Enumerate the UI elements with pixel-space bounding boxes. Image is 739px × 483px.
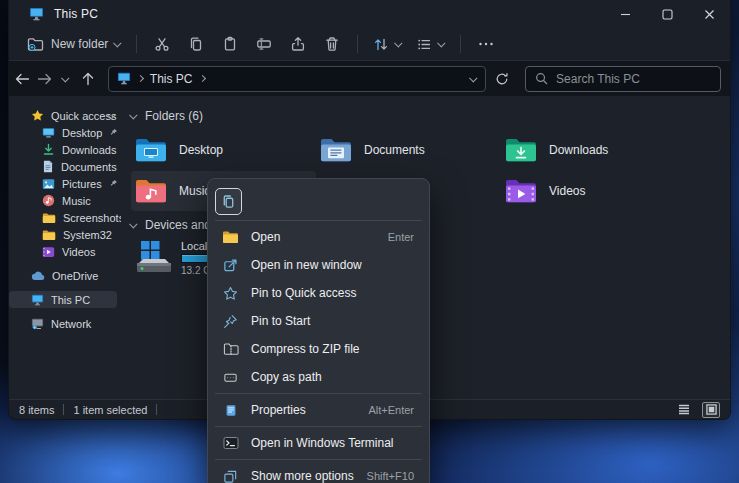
shortcut-hint: Enter bbox=[388, 231, 414, 243]
folder-icon bbox=[42, 229, 56, 241]
refresh-button[interactable] bbox=[492, 66, 513, 92]
sidebar-item-this-pc[interactable]: This PC bbox=[9, 291, 117, 308]
folder-tile-downloads[interactable]: Downloads bbox=[501, 130, 686, 170]
search-icon bbox=[535, 72, 548, 85]
toolbar-divider bbox=[460, 35, 461, 53]
sidebar-item-onedrive[interactable]: OneDrive bbox=[9, 267, 117, 284]
this-pc-icon bbox=[117, 72, 131, 85]
sidebar-item-videos[interactable]: Videos bbox=[9, 243, 117, 260]
rename-button[interactable] bbox=[248, 31, 280, 57]
new-folder-button[interactable]: New folder bbox=[21, 31, 127, 57]
sidebar-item-desktop[interactable]: Desktop bbox=[9, 124, 117, 141]
menu-separator bbox=[215, 426, 422, 427]
menu-item-open-in-new-window[interactable]: Open in new window bbox=[213, 251, 424, 279]
downloads-folder-icon bbox=[505, 137, 538, 164]
zip-folder-icon bbox=[222, 342, 239, 356]
chevron-down-icon bbox=[437, 39, 445, 47]
maximize-button[interactable] bbox=[646, 0, 688, 28]
show-more-icon bbox=[222, 469, 239, 483]
context-menu: Open Enter Open in new window Pin to Qui… bbox=[207, 178, 430, 483]
cut-button[interactable] bbox=[146, 31, 178, 57]
new-folder-icon bbox=[27, 37, 44, 52]
network-icon bbox=[31, 318, 44, 330]
music-icon bbox=[42, 194, 55, 207]
chevron-down-icon bbox=[394, 39, 402, 47]
status-divider bbox=[63, 404, 64, 415]
new-folder-label: New folder bbox=[51, 37, 108, 51]
properties-icon bbox=[222, 403, 239, 418]
pin-icon bbox=[222, 314, 239, 329]
folders-section-header[interactable]: Folders (6) bbox=[131, 108, 724, 124]
desktop-icon bbox=[42, 127, 55, 139]
up-button[interactable] bbox=[78, 66, 98, 92]
address-bar-row: This PC bbox=[9, 61, 730, 96]
breadcrumb-separator bbox=[137, 75, 144, 82]
sidebar-item-pictures[interactable]: Pictures bbox=[9, 175, 117, 192]
documents-icon bbox=[42, 160, 54, 173]
pictures-icon bbox=[42, 178, 55, 190]
sidebar-item-downloads[interactable]: Downloads bbox=[9, 141, 117, 158]
folder-tile-documents[interactable]: Documents bbox=[316, 130, 501, 170]
sidebar-item-music[interactable]: Music bbox=[9, 192, 117, 209]
chevron-down-icon bbox=[113, 39, 121, 47]
menu-item-compress-to-zip[interactable]: Compress to ZIP file bbox=[213, 335, 424, 363]
navigation-pane: Quick access Desktop Downloads bbox=[9, 96, 121, 399]
details-view-button[interactable] bbox=[675, 402, 693, 418]
quick-actions-strip bbox=[213, 184, 424, 218]
minimize-button[interactable] bbox=[604, 0, 646, 28]
menu-item-copy-as-path[interactable]: Copy as path bbox=[213, 363, 424, 391]
copy-quick-action-button[interactable] bbox=[215, 188, 242, 215]
menu-item-pin-to-quick-access[interactable]: Pin to Quick access bbox=[213, 279, 424, 307]
recent-locations-button[interactable] bbox=[56, 66, 76, 92]
sidebar-item-screenshots[interactable]: Screenshots bbox=[9, 209, 117, 226]
pin-icon bbox=[109, 179, 118, 188]
toolbar-divider bbox=[136, 35, 137, 53]
open-folder-icon bbox=[222, 230, 239, 244]
sidebar-item-documents[interactable]: Documents bbox=[9, 158, 117, 175]
menu-item-open[interactable]: Open Enter bbox=[213, 223, 424, 251]
copy-path-icon bbox=[222, 370, 239, 385]
back-button[interactable] bbox=[13, 66, 33, 92]
documents-folder-icon bbox=[320, 137, 353, 164]
folder-tile-videos[interactable]: Videos bbox=[501, 171, 686, 211]
breadcrumb-separator[interactable] bbox=[198, 75, 205, 82]
title-bar[interactable]: This PC bbox=[9, 0, 730, 28]
collapse-chevron-icon[interactable] bbox=[129, 111, 137, 119]
pin-icon bbox=[109, 128, 118, 137]
address-dropdown-icon[interactable] bbox=[469, 74, 477, 82]
command-bar: New folder bbox=[9, 28, 730, 61]
hard-drive-icon bbox=[133, 239, 173, 276]
menu-item-pin-to-start[interactable]: Pin to Start bbox=[213, 307, 424, 335]
this-pc-icon bbox=[31, 294, 44, 306]
this-pc-icon bbox=[29, 7, 44, 21]
copy-button[interactable] bbox=[180, 31, 212, 57]
menu-separator bbox=[215, 393, 422, 394]
delete-button[interactable] bbox=[316, 31, 348, 57]
forward-button[interactable] bbox=[35, 66, 55, 92]
menu-item-properties[interactable]: Properties Alt+Enter bbox=[213, 396, 424, 424]
view-button[interactable] bbox=[410, 31, 451, 57]
open-new-window-icon bbox=[222, 258, 239, 273]
terminal-icon bbox=[222, 436, 239, 450]
breadcrumb[interactable]: This PC bbox=[108, 66, 486, 92]
sidebar-item-system32[interactable]: System32 bbox=[9, 226, 117, 243]
more-options-button[interactable] bbox=[470, 31, 502, 57]
search-box[interactable] bbox=[525, 66, 721, 92]
breadcrumb-location[interactable]: This PC bbox=[150, 72, 193, 86]
paste-button[interactable] bbox=[214, 31, 246, 57]
close-button[interactable] bbox=[688, 0, 730, 28]
menu-item-show-more-options[interactable]: Show more options Shift+F10 bbox=[213, 462, 424, 483]
sort-button[interactable] bbox=[367, 31, 408, 57]
search-input[interactable] bbox=[556, 72, 711, 86]
share-button[interactable] bbox=[282, 31, 314, 57]
status-divider bbox=[156, 404, 157, 415]
sidebar-item-quick-access[interactable]: Quick access bbox=[9, 107, 117, 124]
thumbnail-view-button[interactable] bbox=[702, 402, 720, 418]
sidebar-item-network[interactable]: Network bbox=[9, 315, 117, 332]
onedrive-icon bbox=[31, 271, 45, 281]
folder-tile-desktop[interactable]: Desktop bbox=[131, 130, 316, 170]
videos-folder-icon bbox=[505, 178, 538, 205]
collapse-chevron-icon[interactable] bbox=[129, 220, 137, 228]
menu-item-open-in-windows-terminal[interactable]: Open in Windows Terminal bbox=[213, 429, 424, 457]
window-title: This PC bbox=[54, 7, 98, 21]
